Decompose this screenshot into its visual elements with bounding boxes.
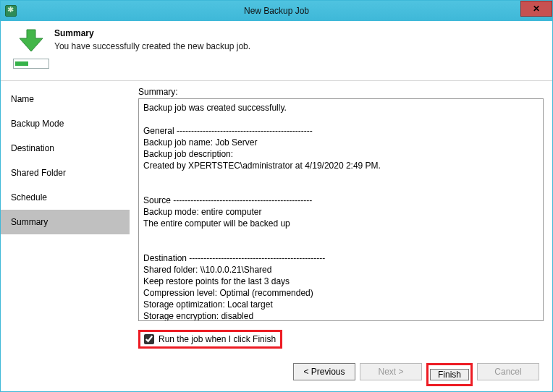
wizard-header: Summary You have successfully created th…	[1, 21, 552, 73]
sidebar-item-schedule[interactable]: Schedule	[1, 185, 130, 210]
next-button: Next >	[360, 363, 422, 380]
download-arrow-icon	[11, 28, 51, 53]
wizard-main: Summary: Backup job was created successf…	[130, 81, 552, 349]
run-job-highlight: Run the job when I click Finish	[138, 330, 282, 349]
sidebar-item-backup-mode[interactable]: Backup Mode	[1, 111, 130, 136]
title-bar: New Backup Job ✕	[1, 1, 552, 21]
progress-bar-icon	[13, 59, 49, 69]
app-icon	[5, 5, 17, 17]
header-subtitle: You have successfully created the new ba…	[54, 41, 250, 51]
close-button[interactable]: ✕	[520, 1, 552, 17]
wizard-sidebar: Name Backup Mode Destination Shared Fold…	[1, 81, 130, 349]
run-job-row: Run the job when I click Finish	[138, 330, 544, 349]
summary-textbox[interactable]: Backup job was created successfully. Gen…	[138, 98, 544, 321]
sidebar-item-shared-folder[interactable]: Shared Folder	[1, 161, 130, 185]
window-title: New Backup Job	[244, 6, 309, 16]
summary-label: Summary:	[138, 87, 544, 97]
wizard-body: Name Backup Mode Destination Shared Fold…	[1, 81, 552, 349]
finish-button[interactable]: Finish	[430, 369, 469, 380]
sidebar-item-summary[interactable]: Summary	[1, 210, 130, 234]
wizard-footer: < Previous Next > Finish Cancel	[1, 349, 552, 386]
run-job-checkbox[interactable]	[144, 334, 154, 344]
sidebar-item-destination[interactable]: Destination	[1, 136, 130, 161]
finish-highlight: Finish	[426, 363, 473, 386]
run-job-label[interactable]: Run the job when I click Finish	[159, 334, 276, 344]
header-title: Summary	[54, 28, 250, 38]
wizard-header-icon	[11, 28, 51, 69]
cancel-button: Cancel	[477, 363, 539, 380]
previous-button[interactable]: < Previous	[293, 363, 355, 380]
sidebar-item-name[interactable]: Name	[1, 87, 130, 111]
